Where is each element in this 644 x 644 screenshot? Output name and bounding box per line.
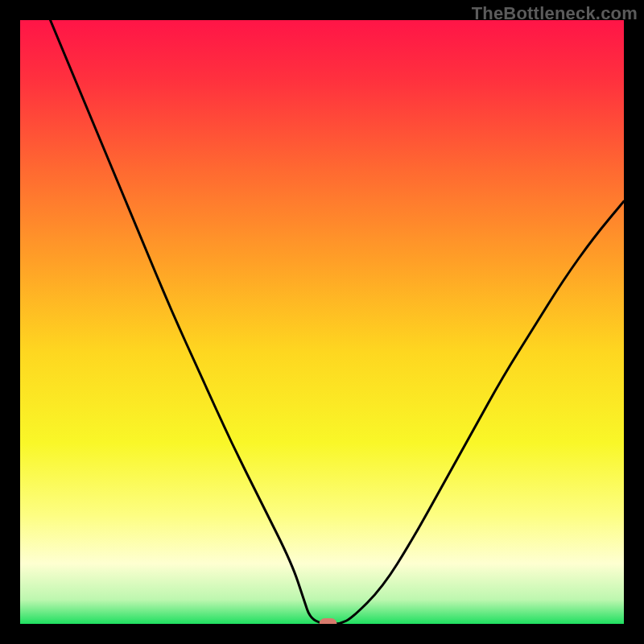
watermark-text: TheBottleneck.com (472, 3, 638, 24)
bottleneck-plot (20, 20, 624, 624)
gradient-background (20, 20, 624, 624)
chart-frame: TheBottleneck.com (0, 0, 644, 644)
